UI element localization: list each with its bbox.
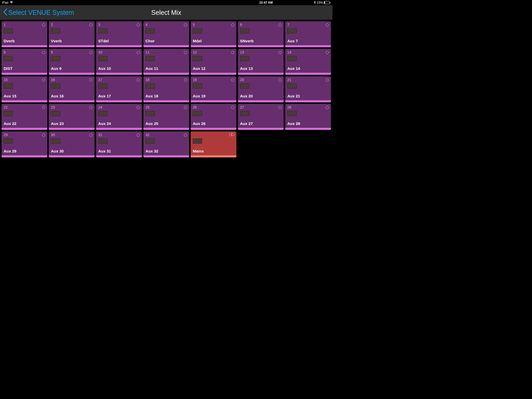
mono-indicator-icon (231, 78, 234, 82)
mix-tile-aux-31[interactable]: 31 Aux 31 (96, 131, 142, 157)
mix-tile-dist[interactable]: 8 DIST (2, 49, 47, 75)
tile-color-swatch (240, 56, 249, 61)
tile-number: 10 (98, 50, 102, 54)
mix-tile-aux-26[interactable]: 26 Aux 26 (191, 104, 236, 130)
mix-tile-aux-32[interactable]: 32 Aux 32 (143, 131, 189, 157)
tile-footer-bar (191, 45, 236, 47)
tile-label: Aux 30 (51, 149, 64, 153)
tile-color-swatch (193, 56, 202, 61)
tile-color-swatch (4, 56, 13, 61)
tile-label: Aux 14 (287, 66, 300, 71)
tile-footer-bar (285, 73, 331, 75)
mix-tile-aux-16[interactable]: 16 Aux 16 (49, 76, 95, 102)
mix-tile-aux-29[interactable]: 29 Aux 29 (2, 131, 47, 157)
tile-number: 11 (145, 50, 150, 54)
tile-number: 30 (51, 133, 55, 137)
tile-footer-bar (191, 73, 236, 75)
mix-tile-aux-22[interactable]: 22 Aux 22 (2, 104, 47, 130)
mix-tile-snverb[interactable]: 6 SNverb (238, 21, 284, 47)
tile-indicator (184, 78, 187, 83)
mono-indicator-icon (278, 105, 282, 110)
tile-label: STdel (98, 39, 109, 43)
tile-label: DIST (4, 66, 12, 71)
mix-tile-aux-15[interactable]: 15 Aux 15 (2, 76, 47, 102)
tile-color-swatch (145, 83, 155, 89)
tile-number: 18 (145, 78, 150, 82)
tile-number: 23 (51, 105, 55, 109)
mix-tile-aux-18[interactable]: 18 Aux 18 (143, 76, 189, 102)
mono-indicator-icon (42, 105, 45, 110)
tile-footer-bar (49, 128, 95, 130)
mix-tile-aux-24[interactable]: 24 Aux 24 (96, 104, 142, 130)
page-title: Select Mix (151, 9, 181, 16)
tile-label: Aux 25 (145, 121, 158, 126)
tile-footer-bar (96, 128, 142, 130)
tile-indicator (42, 23, 45, 28)
tile-color-swatch (98, 83, 108, 89)
mix-tile-chor[interactable]: 4 Chor (143, 21, 189, 47)
tile-color-swatch (145, 28, 155, 34)
mix-tile-aux-21[interactable]: 21 Aux 21 (285, 76, 331, 102)
mix-tile-aux-20[interactable]: 20 Aux 20 (238, 76, 284, 102)
mix-tile-aux-19[interactable]: 19 Aux 19 (191, 76, 236, 102)
mono-indicator-icon (89, 23, 92, 27)
mix-tile-aux-10[interactable]: 10 Aux 10 (96, 49, 142, 75)
tile-label: Aux 31 (98, 149, 111, 153)
tile-label: Aux 32 (145, 149, 158, 153)
tile-color-swatch (287, 56, 297, 61)
mono-indicator-icon (42, 78, 45, 82)
tile-color-swatch (4, 138, 13, 144)
tile-label: Aux 23 (51, 121, 64, 126)
mix-tile-aux-12[interactable]: 12 Aux 12 (191, 49, 236, 75)
mono-indicator-icon (137, 133, 140, 137)
mix-tile-aux-11[interactable]: 11 Aux 11 (143, 49, 189, 75)
tile-label: Mains (193, 149, 204, 153)
mix-tile-aux-27[interactable]: 27 Aux 27 (238, 104, 284, 130)
tile-number: 15 (4, 78, 8, 82)
mix-tile-aux-7[interactable]: 7 Aux 7 (285, 21, 331, 47)
mix-tile-aux-30[interactable]: 30 Aux 30 (49, 131, 95, 157)
tile-footer-bar (238, 73, 284, 75)
tile-color-swatch (51, 138, 60, 144)
tile-indicator (184, 133, 187, 138)
chevron-left-icon (3, 8, 7, 17)
tile-number: 21 (287, 78, 291, 82)
tile-color-swatch (98, 28, 108, 34)
mix-tile-aux-28[interactable]: 28 Aux 28 (285, 104, 331, 130)
svg-rect-1 (324, 2, 325, 4)
mix-tile-aux-13[interactable]: 13 Aux 13 (238, 49, 284, 75)
mix-tile-aux-14[interactable]: 14 Aux 14 (285, 49, 331, 75)
mono-indicator-icon (137, 105, 140, 110)
mix-tile-aux-17[interactable]: 17 Aux 17 (96, 76, 142, 102)
tile-indicator (278, 105, 282, 110)
tile-color-swatch (4, 83, 13, 89)
mix-tile-aux-9[interactable]: 9 Aux 9 (49, 49, 95, 75)
device-name: iPad (2, 1, 8, 4)
tile-number: 8 (4, 50, 6, 54)
status-bar: iPad 10:47 AM 15% (0, 0, 332, 5)
mix-tile-aux-25[interactable]: 25 Aux 25 (143, 104, 189, 130)
tile-number: 27 (240, 105, 244, 109)
mix-tile-vverb[interactable]: 2 Vverb (49, 21, 95, 47)
mix-tile-mains[interactable]: Mains (191, 131, 236, 157)
battery-icon (324, 1, 330, 4)
tile-label: SNverb (240, 39, 254, 43)
status-right: 15% (314, 1, 330, 5)
mix-tile-dverb[interactable]: 1 Dverb (2, 21, 47, 47)
mono-indicator-icon (278, 50, 282, 55)
tile-indicator (326, 50, 329, 55)
mix-tile-stdel[interactable]: 3 STdel (96, 21, 142, 47)
tile-number: 7 (287, 23, 289, 27)
tile-number: 22 (4, 105, 8, 109)
tile-indicator (137, 78, 140, 83)
back-button[interactable]: Select VENUE System (0, 8, 74, 17)
status-left: iPad (2, 1, 13, 4)
mono-indicator-icon (137, 23, 140, 27)
tile-indicator (137, 50, 140, 55)
tile-indicator (184, 23, 187, 28)
mix-tile-aux-23[interactable]: 23 Aux 23 (49, 104, 95, 130)
tile-indicator (278, 23, 282, 28)
mix-tile-mdel[interactable]: 5 Mdel (191, 21, 236, 47)
tile-indicator (231, 105, 234, 110)
tile-indicator (231, 23, 234, 28)
